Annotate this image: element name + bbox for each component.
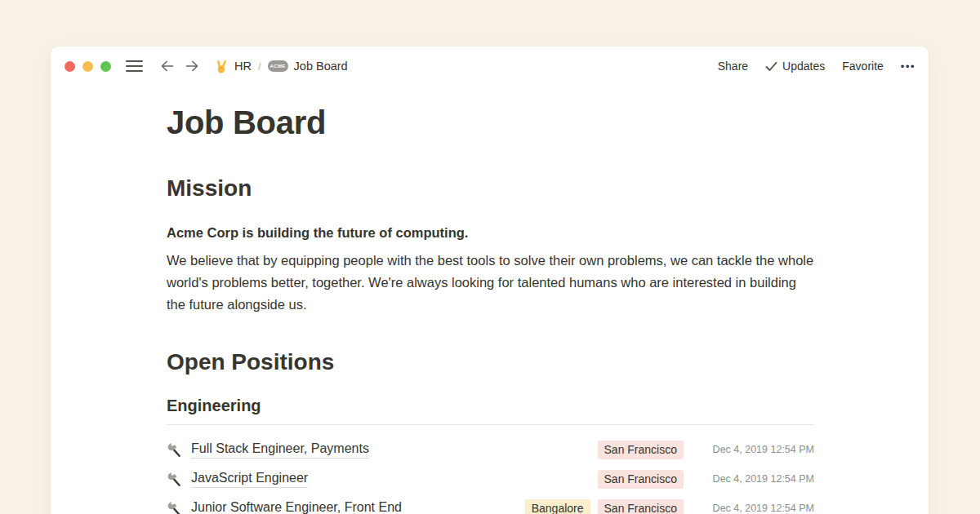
- mission-body-text: We believe that by equipping people with…: [167, 250, 814, 316]
- minimize-window-button[interactable]: [82, 61, 93, 72]
- page-title: Job Board: [167, 103, 814, 142]
- location-tag: San Francisco: [598, 470, 684, 489]
- page-content: Job Board Mission Acme Corp is building …: [51, 103, 929, 514]
- hammer-icon: [167, 501, 182, 514]
- updates-button-label: Updates: [782, 60, 825, 73]
- location-tag: San Francisco: [598, 441, 684, 459]
- zoom-window-button[interactable]: [100, 61, 111, 72]
- window-toolbar: HR / ACME Job Board Share Updates Favori…: [51, 47, 929, 81]
- arrow-right-icon: [184, 59, 200, 73]
- breadcrumb-workspace[interactable]: HR: [215, 60, 252, 73]
- mission-lead-text: Acme Corp is building the future of comp…: [167, 222, 814, 243]
- forward-button[interactable]: [184, 59, 200, 73]
- mission-heading: Mission: [167, 175, 814, 202]
- job-link[interactable]: Full Stack Engineer, Payments: [191, 441, 369, 459]
- hamburger-menu-icon[interactable]: [126, 60, 143, 73]
- updates-button[interactable]: Updates: [765, 60, 825, 73]
- section-divider: [167, 424, 814, 425]
- hammer-icon: [167, 472, 182, 487]
- share-button[interactable]: Share: [718, 60, 748, 73]
- job-link[interactable]: Junior Software Engineer, Front End: [191, 500, 402, 514]
- back-button[interactable]: [159, 59, 176, 73]
- job-date: Dec 4, 2019 12:54 PM: [690, 473, 814, 485]
- job-link[interactable]: JavaScript Engineer: [191, 471, 308, 488]
- acme-badge-icon: ACME: [268, 60, 288, 72]
- check-icon: [765, 61, 777, 72]
- arrow-left-icon: [159, 59, 176, 73]
- breadcrumb-page[interactable]: ACME Job Board: [268, 60, 348, 73]
- job-row: Junior Software Engineer, Front End Bang…: [167, 494, 814, 514]
- breadcrumb-page-label: Job Board: [294, 60, 348, 73]
- location-tag: San Francisco: [598, 499, 684, 514]
- more-options-button[interactable]: •••: [901, 60, 915, 73]
- job-list: Full Stack Engineer, Payments San Franci…: [167, 435, 814, 514]
- toolbar-actions: Share Updates Favorite •••: [718, 60, 915, 73]
- job-row: JavaScript Engineer San Francisco Dec 4,…: [167, 464, 814, 494]
- favorite-button[interactable]: Favorite: [842, 60, 884, 73]
- breadcrumb-separator: /: [258, 60, 261, 73]
- breadcrumb-workspace-label: HR: [234, 60, 252, 73]
- breadcrumb: HR / ACME Job Board: [215, 60, 348, 73]
- job-row: Full Stack Engineer, Payments San Franci…: [167, 435, 814, 464]
- hammer-icon: [167, 442, 182, 458]
- close-window-button[interactable]: [65, 61, 75, 72]
- app-window: HR / ACME Job Board Share Updates Favori…: [51, 47, 929, 514]
- job-date: Dec 4, 2019 12:54 PM: [690, 444, 814, 455]
- engineering-group-heading: Engineering: [167, 396, 814, 416]
- victory-hand-icon: [215, 60, 229, 73]
- location-tag: Bangalore: [525, 499, 590, 514]
- window-controls: [65, 61, 111, 72]
- job-date: Dec 4, 2019 12:54 PM: [690, 503, 814, 514]
- open-positions-heading: Open Positions: [167, 348, 814, 376]
